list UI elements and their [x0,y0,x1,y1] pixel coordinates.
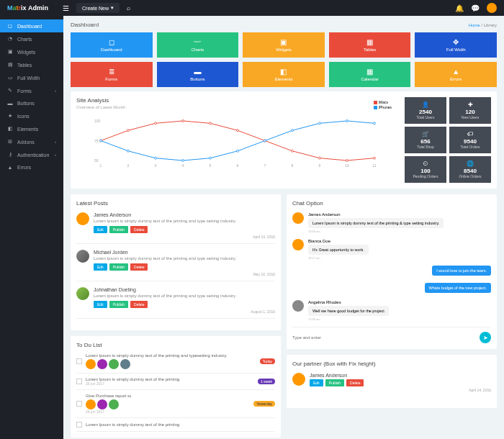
edit-button[interactable]: Edit [94,226,107,233]
send-button[interactable]: ➤ [480,332,491,343]
sidebar-item-dashboard[interactable]: ◻Dashboard [0,19,63,32]
sidebar-item-buttons[interactable]: ▬Buttons [0,97,63,109]
checkbox[interactable] [76,379,82,384]
post-text: Lorem Ipsum is simply dummy text of the … [94,294,275,298]
tile-icon: 〰 [194,38,201,46]
post-item: Michael JordenLorem Ipsum is simply dumm… [76,250,275,281]
sidebar-icon: ▲ [7,165,13,170]
delete-button[interactable]: Delete [130,226,148,233]
sidebar-item-errors[interactable]: ▲Errors [0,161,63,173]
tile-buttons[interactable]: ▬Buttons [157,62,239,87]
tile-charts[interactable]: 〰Charts [157,32,239,58]
create-new-button[interactable]: Create New▾ [76,3,120,13]
tile-label: Forms [105,77,117,81]
sidebar-label: Icons [17,114,30,119]
user-avatar[interactable] [487,3,497,13]
stat-value: 120 [451,109,490,115]
stat-label: New Users [451,115,490,119]
stat-new-users[interactable]: ✚120New Users [449,97,491,124]
tile-elements[interactable]: ◧Elements [243,62,325,87]
sidebar-item-tables[interactable]: ▤Tables [0,58,63,71]
svg-point-15 [210,157,212,159]
tile-forms[interactable]: ≣Forms [71,62,153,87]
todo-title: To Do List [76,342,275,348]
edit-button[interactable]: Edit [94,263,107,271]
edit-button[interactable]: Edit [94,301,107,308]
chat-icon[interactable]: 💬 [471,4,480,12]
checkbox[interactable] [76,422,82,427]
svg-text:4: 4 [182,163,184,168]
delete-button[interactable]: Delete [346,379,364,386]
sidebar: ◻Dashboard◔Charts▣Widgets▤Tables▭Full Wi… [0,16,63,439]
svg-point-3 [182,120,184,122]
chat-input[interactable] [292,335,480,340]
todo-text: Lorem Ipsum is simply dummy text of the … [86,353,256,358]
stat-total-shop[interactable]: 🛒656Total Shop [405,127,446,153]
stat-total-orders[interactable]: 🏷9540Total Orders [449,127,491,153]
avatar [109,399,119,409]
chat-bubble: Well we have good budget for the project [308,306,389,316]
sidebar-item-full-width[interactable]: ▭Full Width [0,71,63,84]
partner-date: April 14, 2016 [310,388,491,392]
tile-label: Buttons [190,77,204,81]
chat-time: 10:56 am [308,230,444,233]
publish-button[interactable]: Publish [109,263,128,271]
svg-point-11 [100,140,102,142]
avatar [292,212,304,224]
publish-button[interactable]: Publish [109,301,128,308]
avatar [86,359,96,369]
checkbox[interactable] [76,401,82,407]
stat-label: Total Orders [451,145,490,149]
tile-widgets[interactable]: ▣Widgets [243,32,325,58]
avatar [120,359,130,369]
sidebar-item-charts[interactable]: ◔Charts [0,32,63,45]
stat-online-orders[interactable]: 🌐8540Online Orders [449,156,491,183]
tile-tables[interactable]: ▦Tables [329,32,411,58]
breadcrumb: Home / Library [469,23,497,27]
chat-bubble: It's Great opportunity to work. [308,245,369,255]
search-icon[interactable]: ⌕ [127,4,130,12]
sidebar-item-elements[interactable]: ◧Elements [0,122,63,135]
sidebar-item-widgets[interactable]: ▣Widgets [0,45,63,58]
delete-button[interactable]: Delete [130,301,148,308]
svg-point-9 [346,160,348,162]
sidebar-item-addons[interactable]: ⊞Addons› [0,135,63,148]
tile-errors[interactable]: ▲Errors [415,62,497,87]
bell-icon[interactable]: 🔔 [455,4,464,12]
edit-button[interactable]: Edit [310,379,323,386]
avatar [97,399,107,409]
publish-button[interactable]: Publish [325,379,344,386]
delete-button[interactable]: Delete [130,263,148,271]
publish-button[interactable]: Publish [109,226,128,233]
svg-point-17 [264,140,266,142]
sidebar-item-authentication[interactable]: ⚷Authentication› [0,148,63,161]
stat-value: 100 [406,168,445,174]
tile-calendar[interactable]: ▦Calendar [329,62,411,87]
menu-toggle-icon[interactable]: ☰ [63,4,69,12]
sidebar-icon: ▣ [7,49,13,55]
page-title: Dashboard [71,22,99,28]
sidebar-icon: ▬ [7,101,13,106]
logo[interactable]: Matrix Admin [7,4,48,12]
badge: Today [260,358,275,364]
tile-dashboard[interactable]: ◻Dashboard [71,32,153,58]
checkbox[interactable] [76,358,82,364]
post-name: James Anderson [94,212,275,217]
chat-message-incoming: James AndersonLorem Ipsum is simply dumm… [292,212,491,233]
svg-text:10: 10 [345,163,349,168]
stat-icon: ⏲ [406,160,445,167]
svg-text:100: 100 [94,119,101,123]
todo-item: Lorem Ipsum is simply dummy text of the … [76,374,275,390]
stat-label: Online Orders [451,174,490,178]
tile-full-width[interactable]: ✥Full Width [415,32,497,58]
stat-pending-orders[interactable]: ⏲100Pending Orders [405,156,446,183]
post-name: Michael Jorden [94,250,275,255]
svg-text:7: 7 [264,163,266,168]
sidebar-icon: ▤ [7,62,13,68]
tile-label: Calendar [361,77,378,81]
sidebar-item-icons[interactable]: ★Icons [0,109,63,122]
stat-total-users[interactable]: 👤2540Total Users [405,97,446,124]
avatar [76,250,89,263]
sidebar-item-forms[interactable]: ✎Forms› [0,84,63,97]
breadcrumb-home[interactable]: Home [469,23,480,27]
